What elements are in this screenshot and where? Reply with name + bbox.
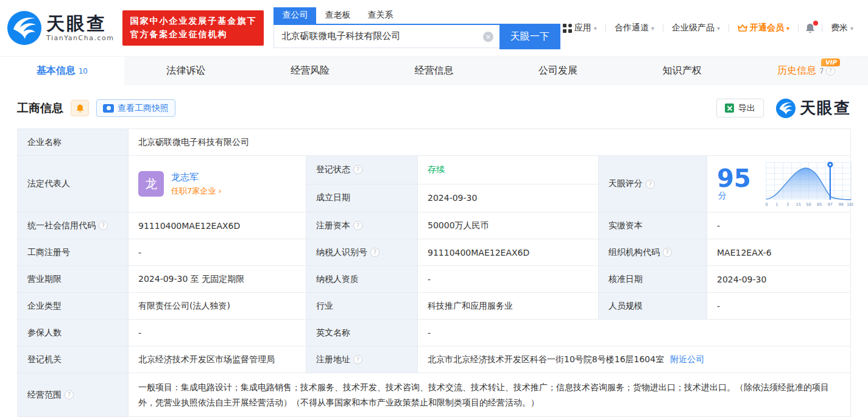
logo-swirl-icon (7, 11, 41, 45)
company-tabbar: 基本信息 10 法律诉讼 经营风险 经营信息 公司发展 知识产权 VIP 历史信… (0, 56, 868, 85)
help-icon[interactable]: ? (646, 180, 655, 189)
avatar[interactable]: 龙 (138, 171, 164, 197)
help-icon[interactable]: ? (353, 355, 362, 364)
nav-divider (822, 24, 822, 32)
field-label: 英文名称 (306, 320, 418, 346)
table-row: 营业期限 2024-09-30 至 无固定期限 纳税人资质 - 核准日期 202… (18, 266, 850, 293)
table-row: 经营范围 ? 一般项目：集成电路设计；集成电路销售；技术服务、技术开发、技术咨询… (18, 373, 850, 416)
score-tick: 3 (786, 202, 789, 207)
tianyancha-logo[interactable]: 天眼查 TianYanCha.com (7, 11, 114, 45)
nearby-companies-link[interactable]: 附近公司 (670, 354, 704, 365)
tab-history-info[interactable]: VIP 历史信息 7 ? (744, 57, 868, 85)
field-label: 核准日期 (599, 266, 707, 292)
help-icon[interactable]: ? (99, 221, 108, 230)
search-button[interactable]: 天眼一下 (499, 25, 560, 49)
score-tick: 15 (796, 202, 800, 207)
field-label: 工商注册号 (18, 239, 129, 265)
field-label: 登记状态 ? (306, 156, 418, 184)
nav-enterprise-products[interactable]: 企业级产品 ▾ (669, 23, 722, 33)
clear-search-icon[interactable]: × (483, 32, 493, 42)
paid-capital-value: - (707, 212, 850, 239)
section-title: 工商信息 (17, 100, 63, 116)
field-label: 人员规模 (599, 293, 707, 319)
score-tick: 1 (775, 202, 778, 207)
table-row: 登记机关 北京经济技术开发区市场监督管理局 注册地址 ? 北京市北京经济技术开发… (18, 346, 850, 373)
nav-open-vip[interactable]: 开通会员 ▾ (735, 23, 792, 33)
tab-basic-info[interactable]: 基本信息 10 (0, 57, 124, 85)
help-icon[interactable]: ? (65, 390, 74, 399)
field-label: 营业期限 (18, 266, 129, 292)
search-tab-company[interactable]: 查公司 (273, 7, 316, 24)
help-icon[interactable]: ? (663, 248, 672, 257)
field-label: 注册地址 ? (306, 346, 418, 373)
field-label: 行业 (306, 293, 418, 319)
badge-line2: 官方备案企业征信机构 (130, 28, 256, 41)
help-icon[interactable]: ? (826, 66, 835, 75)
table-row: 统一社会信用代码 ? 91110400MAE12EAX6D 注册资本 ? 500… (18, 212, 850, 239)
score-tick: 0 (765, 202, 767, 207)
company-type-value: 有限责任公司(法人独资) (129, 293, 306, 319)
tab-company-development[interactable]: 公司发展 (496, 57, 620, 85)
credit-code-value: 91110400MAE12EAX6D (129, 212, 306, 239)
business-scope-cell: 一般项目：集成电路设计；集成电路销售；技术服务、技术开发、技术咨询、技术交流、技… (129, 373, 850, 416)
help-icon[interactable]: ? (370, 248, 379, 257)
notifications-button[interactable] (805, 23, 816, 34)
tab-label: 经营信息 (415, 65, 454, 77)
legal-rep-cell: 龙 龙志军 任职7家企业 › (129, 156, 306, 212)
table-row: 企业名称 北京砺联微电子科技有限公司 (18, 129, 850, 156)
tab-label: 历史信息 (777, 65, 816, 77)
nav-enterprise-label: 企业级产品 (672, 23, 715, 33)
insured-count-value: - (129, 320, 306, 346)
business-scope-value: 一般项目：集成电路设计；集成电路销售；技术服务、技术开发、技术咨询、技术交流、技… (138, 373, 841, 416)
vip-badge: VIP (821, 58, 840, 66)
search-tabs: 查公司 查老板 查关系 (273, 7, 560, 25)
snapshot-button-label: 查看工商快照 (118, 103, 169, 114)
chevron-down-icon: ▾ (651, 25, 654, 32)
reg-address-value: 北京市北京经济技术开发区科谷一街10号院8号楼16层1604室 (428, 354, 664, 365)
status-date-stack: 登记状态 ? 存续 成立日期 2024-09-30 (306, 156, 599, 212)
tianyan-score-cell[interactable]: 95分 (707, 156, 859, 212)
help-icon[interactable]: ? (353, 221, 362, 230)
nav-cooperation-label: 合作通道 (615, 23, 649, 33)
search-input[interactable] (273, 25, 499, 48)
nav-apps[interactable]: 应用 ▾ (560, 23, 599, 33)
field-label: 企业名称 (18, 129, 129, 155)
chevron-down-icon: ▾ (850, 25, 853, 32)
score-tick: 85 (817, 202, 822, 207)
table-row: 法定代表人 龙 龙志军 任职7家企业 › 登记状态 ? 存续 (18, 156, 850, 212)
search-row: × 天眼一下 (273, 25, 560, 49)
company-name-value: 北京砺联微电子科技有限公司 (129, 129, 850, 155)
field-label: 天眼评分 ? (599, 156, 707, 212)
table-subrow: 成立日期 2024-09-30 (306, 184, 598, 212)
badge-line1: 国家中小企业发展子基金旗下 (130, 15, 256, 28)
legal-rep-link[interactable]: 龙志军 (171, 172, 222, 183)
tab-count: 7 (819, 67, 824, 75)
export-button[interactable]: 导出 (716, 99, 764, 117)
org-code-value: MAE12EAX-6 (707, 239, 850, 265)
table-row: 工商注册号 - 纳税人识别号 ? 91110400MAE12EAX6D 组织机构… (18, 239, 850, 266)
view-snapshot-button[interactable]: 查看工商快照 (96, 99, 175, 117)
search-block: 查公司 查老板 查关系 × 天眼一下 (273, 7, 560, 49)
search-input-wrap: × (273, 25, 499, 49)
logo-name: 天眼查 (46, 13, 114, 33)
field-label: 纳税人资质 (306, 266, 418, 292)
search-tab-relation[interactable]: 查关系 (359, 7, 401, 24)
score-unit: 分 (718, 191, 727, 200)
taxpayer-quality-value: - (418, 266, 599, 292)
tab-intellectual-property[interactable]: 知识产权 (620, 57, 744, 85)
tab-label: 法律诉讼 (166, 65, 205, 77)
approval-date-value: 2024-09-30 (707, 266, 850, 292)
monitor-bell-button[interactable] (71, 100, 89, 116)
field-label: 企业类型 (18, 293, 129, 319)
tab-legal-proceedings[interactable]: 法律诉讼 (124, 57, 249, 85)
search-tab-boss[interactable]: 查老板 (316, 7, 359, 24)
nav-cooperation[interactable]: 合作通道 ▾ (612, 23, 657, 33)
tab-operation-info[interactable]: 经营信息 (372, 57, 496, 85)
arrow-right-icon: › (218, 186, 221, 195)
help-icon[interactable]: ? (353, 165, 362, 174)
nav-user[interactable]: 费米 ▾ (828, 23, 856, 33)
field-label: 登记机关 (18, 346, 129, 373)
positions-link[interactable]: 任职7家企业 › (171, 186, 222, 197)
tab-operation-risk[interactable]: 经营风险 (248, 57, 372, 85)
field-label: 参保人数 (18, 320, 129, 346)
